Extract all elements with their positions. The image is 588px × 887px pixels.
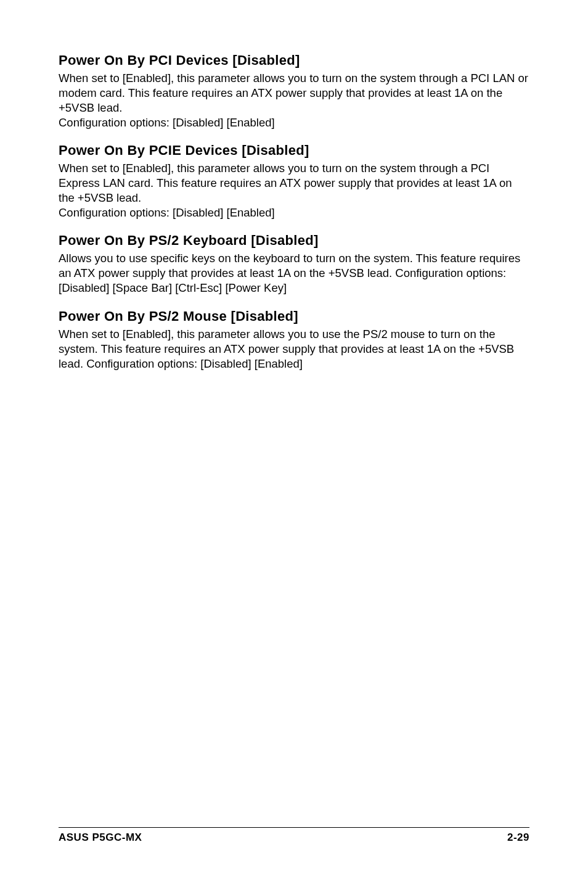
section-title: Power On By PS/2 Keyboard [Disabled] xyxy=(59,233,529,249)
section-title: Power On By PCI Devices [Disabled] xyxy=(59,52,529,68)
section-ps2-mouse: Power On By PS/2 Mouse [Disabled] When s… xyxy=(59,308,529,371)
section-title: Power On By PCIE Devices [Disabled] xyxy=(59,142,529,159)
section-pci: Power On By PCI Devices [Disabled] When … xyxy=(59,52,529,130)
section-body: Allows you to use specific keys on the k… xyxy=(59,251,529,295)
section-title: Power On By PS/2 Mouse [Disabled] xyxy=(59,308,529,324)
section-body: When set to [Enabled], this parameter al… xyxy=(59,327,529,371)
section-body: When set to [Enabled], this parameter al… xyxy=(59,71,529,130)
page-footer: ASUS P5GC-MX 2-29 xyxy=(59,827,529,844)
section-body: When set to [Enabled], this parameter al… xyxy=(59,161,529,220)
footer-left: ASUS P5GC-MX xyxy=(59,831,142,844)
section-pcie: Power On By PCIE Devices [Disabled] When… xyxy=(59,142,529,220)
section-ps2-keyboard: Power On By PS/2 Keyboard [Disabled] All… xyxy=(59,233,529,295)
footer-right: 2-29 xyxy=(507,831,529,844)
